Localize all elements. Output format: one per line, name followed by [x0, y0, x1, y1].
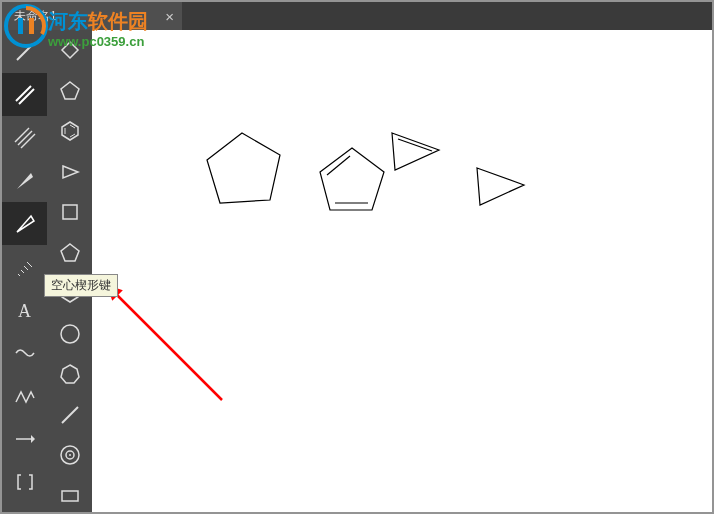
svg-marker-41: [477, 168, 524, 205]
arrow-tool[interactable]: [2, 417, 47, 460]
svg-marker-17: [31, 435, 35, 443]
svg-point-33: [69, 454, 71, 456]
watermark-text-1: 河东软件园: [48, 8, 148, 35]
triangle-tool[interactable]: [47, 152, 92, 193]
watermark-part-2: 软件园: [88, 10, 148, 32]
cyclopentane-tool[interactable]: [47, 71, 92, 112]
annotation-arrow: [102, 280, 232, 410]
svg-marker-36: [320, 148, 384, 210]
triple-line-tool[interactable]: [2, 116, 47, 159]
svg-marker-19: [61, 82, 79, 99]
svg-point-28: [61, 325, 79, 343]
solid-wedge-tool[interactable]: [2, 159, 47, 202]
svg-line-11: [18, 274, 20, 276]
svg-line-30: [62, 407, 78, 423]
bracket-tool[interactable]: [2, 460, 47, 503]
svg-rect-2: [29, 18, 34, 34]
drawn-pentagon[interactable]: [202, 125, 292, 215]
watermark-url: www.pc0359.cn: [48, 34, 144, 49]
svg-line-13: [24, 266, 28, 270]
canvas[interactable]: [92, 30, 712, 512]
close-icon[interactable]: ×: [165, 8, 174, 25]
svg-line-14: [27, 262, 32, 267]
heptagon-tool[interactable]: [47, 354, 92, 395]
toolbox: A: [2, 30, 92, 514]
tooltip-text: 空心楔形键: [51, 278, 111, 292]
drawn-triangle-2[interactable]: [472, 160, 532, 215]
tool-column-right: [47, 30, 92, 514]
watermark-logo: [4, 4, 48, 52]
circle-tool[interactable]: [47, 314, 92, 355]
tool-column-left: A: [2, 30, 47, 514]
svg-line-8: [21, 134, 35, 148]
svg-marker-26: [61, 244, 79, 261]
svg-rect-25: [63, 205, 77, 219]
pentagon-tool[interactable]: [47, 233, 92, 274]
watermark-part-1: 河东: [48, 10, 88, 32]
octagon-line-tool[interactable]: [47, 395, 92, 436]
tooltip: 空心楔形键: [44, 274, 118, 297]
drawn-cyclopentadiene[interactable]: [312, 140, 392, 220]
square-tool[interactable]: [47, 192, 92, 233]
svg-rect-34: [62, 491, 78, 501]
benzene-tool[interactable]: [47, 111, 92, 152]
hollow-wedge-tool[interactable]: [2, 202, 47, 245]
svg-line-12: [21, 270, 24, 273]
svg-text:A: A: [18, 301, 31, 321]
svg-line-6: [15, 128, 29, 142]
svg-line-43: [114, 292, 222, 400]
svg-marker-9: [17, 173, 33, 189]
svg-marker-39: [392, 133, 439, 170]
svg-marker-20: [62, 122, 78, 140]
rect-tool[interactable]: [47, 476, 92, 515]
hash-wedge-tool[interactable]: [2, 245, 47, 288]
svg-marker-29: [61, 365, 79, 383]
drawn-triangle-1[interactable]: [387, 125, 447, 180]
chain-tool[interactable]: [2, 374, 47, 417]
double-line-tool[interactable]: [2, 73, 47, 116]
target-tool[interactable]: [47, 435, 92, 476]
svg-rect-1: [18, 18, 23, 34]
text-tool[interactable]: A: [2, 288, 47, 331]
svg-line-7: [18, 131, 32, 145]
svg-marker-35: [207, 133, 280, 203]
svg-marker-24: [63, 166, 78, 178]
wavy-bond-tool[interactable]: [2, 331, 47, 374]
svg-marker-10: [17, 216, 34, 232]
